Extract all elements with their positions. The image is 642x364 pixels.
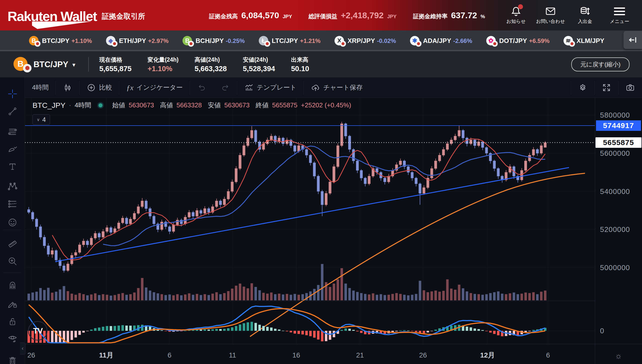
menu-label: メニュー bbox=[610, 18, 629, 25]
volume-value: 50.10 bbox=[291, 65, 309, 73]
compare-label: 比較 bbox=[99, 83, 112, 92]
ruler-tool[interactable] bbox=[6, 237, 20, 251]
redo-button[interactable] bbox=[213, 81, 237, 94]
chart-settings-button[interactable] bbox=[571, 81, 594, 94]
fx-icon: ƒx bbox=[126, 84, 133, 92]
time-axis-label: 11月 bbox=[99, 351, 113, 359]
magnet-tool[interactable] bbox=[6, 278, 20, 292]
ticker-collapse-button[interactable] bbox=[623, 31, 642, 49]
toolbar-divider bbox=[4, 230, 22, 230]
candlestick-chart-canvas[interactable]: 5800000560000054000005200000500000005744… bbox=[25, 98, 642, 364]
notifications-label: お知らせ bbox=[506, 18, 526, 25]
change-value: +25202 (+0.45%) bbox=[301, 101, 351, 109]
screenshot-button[interactable] bbox=[618, 81, 642, 94]
current-price-label: 現在価格 bbox=[99, 56, 131, 64]
brush-tool[interactable] bbox=[6, 142, 20, 156]
jpy-flag-icon bbox=[35, 41, 41, 47]
hide-all-drawings-tool[interactable] bbox=[6, 332, 20, 346]
drawing-toolbar bbox=[0, 78, 25, 364]
ticker-item-ltc-jpy[interactable]: ŁLTC/JPY+1.21% bbox=[259, 36, 321, 46]
open-label: 始値 bbox=[112, 101, 125, 110]
margin-balance-stat: 証拠金残高 6,084,570 JPY bbox=[209, 10, 292, 20]
ticker-item-ada-jpy[interactable]: ✱ADA/JPY-2.66% bbox=[410, 36, 472, 46]
fib-retracement-tool[interactable] bbox=[6, 125, 20, 139]
current-price-value: 5,655,875 bbox=[99, 65, 131, 73]
ticker-item-xlm-jpy[interactable]: ≋XLM/JPY bbox=[563, 36, 606, 46]
ticker-item-xrp-jpy[interactable]: XXRP/JPY-0.02% bbox=[334, 36, 396, 46]
save-chart-button[interactable]: チャート保存 bbox=[304, 81, 370, 94]
remove-all-drawings-tool[interactable] bbox=[6, 354, 20, 364]
jpy-flag-icon bbox=[111, 41, 117, 47]
logo-subtitle: 証拠金取引所 bbox=[97, 12, 145, 30]
logo-text: Rakuten Wallet bbox=[8, 10, 97, 30]
grid-layer bbox=[25, 98, 595, 344]
tradingview-watermark-icon[interactable]: TV bbox=[28, 321, 48, 340]
macd-collapse-chip[interactable]: ∨ 4 bbox=[33, 114, 50, 125]
price-axis[interactable]: 5800000560000054000005200000500000005744… bbox=[595, 111, 641, 335]
mail-icon bbox=[545, 6, 556, 17]
price-axis-label: 5400000 bbox=[600, 188, 630, 196]
high-value: 5663328 bbox=[176, 101, 202, 109]
coin-icon: X bbox=[334, 36, 345, 46]
interval-button[interactable]: 4時間 bbox=[25, 81, 56, 94]
close-label: 終値 bbox=[256, 101, 269, 110]
volume-label: 出来高 bbox=[291, 56, 309, 64]
ticker-pair-label: ETH/JPY bbox=[119, 37, 146, 45]
reset-zoom-button[interactable]: 元に戻す(縮小) bbox=[571, 58, 629, 72]
template-label: テンプレート bbox=[257, 83, 297, 92]
low-label: 安値 bbox=[208, 101, 221, 110]
zoom-in-tool[interactable] bbox=[6, 254, 20, 268]
template-icon bbox=[244, 83, 254, 92]
drawing-mode-lock-tool[interactable] bbox=[6, 296, 20, 310]
long-position-tool[interactable] bbox=[6, 197, 20, 211]
logo[interactable]: Rakuten Wallet 証拠金取引所 bbox=[0, 0, 145, 30]
candlestick-icon bbox=[63, 83, 72, 92]
axis-settings-icon[interactable]: ☼ bbox=[615, 351, 622, 360]
compare-button[interactable]: 比較 bbox=[80, 81, 119, 94]
jpy-flag-icon bbox=[569, 41, 575, 47]
ticker-scrollbar[interactable] bbox=[0, 50, 642, 51]
text-tool[interactable] bbox=[6, 160, 20, 174]
ma-long-line bbox=[250, 173, 585, 336]
change-24h-value: +1.10% bbox=[147, 65, 178, 73]
fullscreen-button[interactable] bbox=[595, 81, 618, 94]
chart-style-button[interactable] bbox=[56, 81, 79, 94]
indicators-button[interactable]: ƒx インジケーター bbox=[119, 81, 189, 94]
crosshair-tool[interactable] bbox=[6, 87, 20, 101]
lock-all-drawings-tool[interactable] bbox=[6, 314, 20, 328]
trend-line-tool[interactable] bbox=[6, 104, 20, 118]
ticker-pair-label: BCH/JPY bbox=[195, 37, 224, 45]
pair-dropdown-caret-icon[interactable]: ▼ bbox=[71, 62, 76, 68]
ticker-item-bch-jpy[interactable]: BBCH/JPY-0.25% bbox=[182, 36, 245, 46]
sidebar-collapse-tab[interactable]: ‹ bbox=[20, 342, 26, 354]
compare-plus-icon bbox=[87, 83, 96, 92]
notifications-button[interactable]: お知らせ bbox=[500, 6, 532, 25]
volume-layer bbox=[28, 264, 546, 300]
symbol-info-bar: B BTC/JPY ▼ 現在価格 5,655,875 変化量(24h) +1.1… bbox=[0, 51, 642, 78]
legend-interval: 4時間 bbox=[75, 101, 91, 110]
ticker-change-value: -0.25% bbox=[226, 38, 245, 44]
margin-ratio-label: 証拠金維持率 bbox=[413, 12, 448, 20]
contact-button[interactable]: お問い合わせ bbox=[535, 6, 566, 25]
collapse-left-icon bbox=[628, 35, 638, 45]
ticker-change-value: +1.10% bbox=[72, 38, 92, 44]
price-axis-label: 5600000 bbox=[600, 149, 630, 157]
legend-separator: · bbox=[69, 101, 71, 109]
selected-pair[interactable]: BTC/JPY bbox=[34, 60, 68, 69]
emoji-tool[interactable] bbox=[6, 216, 20, 230]
trend-line-drawing[interactable] bbox=[55, 168, 569, 262]
ticker-item-dot-jpy[interactable]: ✿DOT/JPY+6.59% bbox=[486, 36, 549, 46]
time-axis-label: 12月 bbox=[480, 351, 495, 359]
high-label: 高値 bbox=[160, 101, 173, 110]
menu-button[interactable]: メニュー bbox=[603, 6, 635, 25]
svg-text:5655875: 5655875 bbox=[603, 138, 634, 146]
ticker-item-btc-jpy[interactable]: BBTC/JPY+1.10% bbox=[29, 36, 92, 46]
undo-button[interactable] bbox=[190, 81, 213, 94]
xabcd-pattern-tool[interactable] bbox=[6, 179, 20, 193]
legend-symbol[interactable]: BTC_JPY bbox=[33, 101, 66, 110]
rakuten-wallet-app: Rakuten Wallet 証拠金取引所 証拠金残高 6,084,570 JP… bbox=[0, 0, 642, 364]
template-button[interactable]: テンプレート bbox=[237, 81, 304, 94]
time-axis[interactable]: 2611月61116212612月6☼ bbox=[27, 351, 622, 360]
ticker-item-eth-jpy[interactable]: ◆ETH/JPY+2.97% bbox=[106, 36, 168, 46]
deposit-withdraw-button[interactable]: 入出金 bbox=[569, 6, 601, 25]
